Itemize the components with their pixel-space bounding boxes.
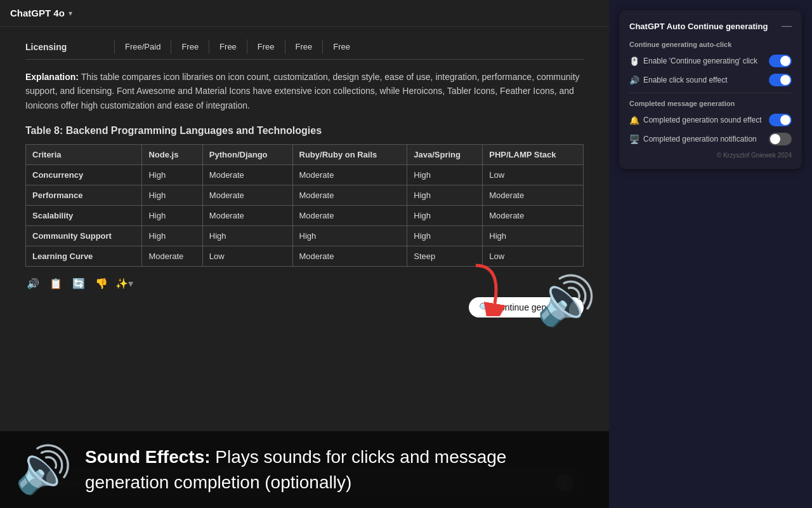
toggle-label-gen-notif: 🖥️ Completed generation notification xyxy=(629,135,757,144)
toggle-knob-4 xyxy=(770,134,780,144)
section2-label: Completed message generation xyxy=(629,100,792,107)
toggle-knob xyxy=(780,56,790,66)
table-cell-4-2: Low xyxy=(202,246,292,267)
refresh-action-icon[interactable]: 🔄 xyxy=(71,276,86,291)
sound-icon: 🔊 xyxy=(629,76,639,85)
table-cell-3-1: High xyxy=(142,226,202,246)
licensing-val-2: Free xyxy=(209,39,247,54)
toggle-text-gen-notif: Completed generation notification xyxy=(643,135,757,144)
licensing-label: Licensing xyxy=(25,42,114,52)
section-divider xyxy=(629,93,792,93)
right-panel: ChatGPT Auto Continue generating — Conti… xyxy=(609,0,812,508)
table-header-row: Criteria Node.js Python/Django Ruby/Ruby… xyxy=(26,145,584,165)
copy-action-icon[interactable]: 📋 xyxy=(48,276,63,291)
col-header-1: Node.js xyxy=(142,145,202,165)
licensing-values: Free/Paid Free Free Free Free Free xyxy=(114,39,360,54)
explanation: Explanation: This table compares icon li… xyxy=(25,70,584,112)
table-title: Table 8: Backend Programming Languages a… xyxy=(25,125,584,137)
speaker-action-icon[interactable]: 🔊 xyxy=(25,276,41,291)
explanation-prefix: Explanation: xyxy=(25,72,79,82)
table-cell-0-3: Moderate xyxy=(292,165,407,185)
mouse-icon: 🖱️ xyxy=(629,57,639,66)
licensing-val-5: Free xyxy=(322,39,360,54)
bottom-banner: 🔊 Sound Effects: Plays sounds for clicks… xyxy=(0,431,609,508)
table-cell-0-2: Moderate xyxy=(202,165,292,185)
popup-header: ChatGPT Auto Continue generating — xyxy=(629,20,792,32)
toggle-label-click-sound: 🔊 Enable click sound effect xyxy=(629,76,728,85)
chevron-down-icon[interactable]: ▾ xyxy=(69,9,72,18)
toggle-knob-3 xyxy=(780,115,790,125)
table-cell-3-2: High xyxy=(202,226,292,246)
col-header-2: Python/Django xyxy=(202,145,292,165)
table-row: ScalabilityHighModerateModerateHighModer… xyxy=(26,206,584,226)
toggle-text-continue-click: Enable 'Continue generating' click xyxy=(643,57,757,65)
toggle-text-gen-sound: Completed generation sound effect xyxy=(643,116,762,124)
red-arrow-icon xyxy=(463,259,514,316)
speaker-banner-icon: 🔊 xyxy=(15,443,72,497)
table-cell-3-0: Community Support xyxy=(26,226,142,246)
table-cell-3-3: High xyxy=(292,226,407,246)
table-cell-1-0: Performance xyxy=(26,185,142,206)
toggle-row-click-sound: 🔊 Enable click sound effect xyxy=(629,74,792,86)
toggle-gen-sound[interactable] xyxy=(769,114,792,126)
toggle-click-sound[interactable] xyxy=(769,74,792,86)
table-cell-0-1: High xyxy=(142,165,202,185)
toggle-continue-click[interactable] xyxy=(769,55,792,67)
col-header-0: Criteria xyxy=(26,145,142,165)
table-cell-1-5: Moderate xyxy=(483,185,584,206)
bell-icon: 🔔 xyxy=(629,116,639,125)
speaker-sound-icon: 🔊 xyxy=(537,273,596,329)
table-cell-0-5: Low xyxy=(483,165,584,185)
main-chat-area: ChatGPT 4o ▾ Licensing Free/Paid Free Fr… xyxy=(0,0,609,508)
section1-label: Continue generating auto-click xyxy=(629,41,792,48)
table-cell-1-3: Moderate xyxy=(292,185,407,206)
table-cell-0-4: High xyxy=(407,165,483,185)
toggle-label-continue-click: 🖱️ Enable 'Continue generating' click xyxy=(629,57,757,66)
toggle-label-gen-sound: 🔔 Completed generation sound effect xyxy=(629,116,762,125)
content-area: Licensing Free/Paid Free Free Free Free … xyxy=(0,27,609,459)
licensing-val-3: Free xyxy=(247,39,285,54)
toggle-row-gen-sound: 🔔 Completed generation sound effect xyxy=(629,114,792,126)
col-header-5: PHP/LAMP Stack xyxy=(483,145,584,165)
table-cell-2-2: Moderate xyxy=(202,206,292,226)
sparkle-action-icon[interactable]: ✨▾ xyxy=(117,276,132,291)
banner-text: Sound Effects: Plays sounds for clicks a… xyxy=(85,444,594,494)
toggle-row-continue-click: 🖱️ Enable 'Continue generating' click xyxy=(629,55,792,67)
table-cell-2-4: High xyxy=(407,206,483,226)
licensing-val-4: Free xyxy=(285,39,323,54)
table-row: PerformanceHighModerateModerateHighModer… xyxy=(26,185,584,206)
table-row: Community SupportHighHighHighHighHigh xyxy=(26,226,584,246)
table-cell-4-0: Learning Curve xyxy=(26,246,142,267)
licensing-row: Licensing Free/Paid Free Free Free Free … xyxy=(25,39,584,60)
table-cell-2-0: Scalability xyxy=(26,206,142,226)
extension-popup: ChatGPT Auto Continue generating — Conti… xyxy=(619,10,802,169)
table-cell-3-5: High xyxy=(483,226,584,246)
table-cell-0-0: Concurrency xyxy=(26,165,142,185)
continue-area: 🔍 Continue generating xyxy=(25,297,584,318)
table-cell-2-1: High xyxy=(142,206,202,226)
data-table: Criteria Node.js Python/Django Ruby/Ruby… xyxy=(25,144,584,267)
popup-footer: © Krzysztof Gniewek 2024 xyxy=(629,152,792,159)
licensing-val-0: Free/Paid xyxy=(114,39,171,54)
toggle-text-click-sound: Enable click sound effect xyxy=(643,76,728,84)
thumbsdown-action-icon[interactable]: 👎 xyxy=(94,276,109,291)
col-header-4: Java/Spring xyxy=(407,145,483,165)
close-icon[interactable]: — xyxy=(782,20,792,32)
explanation-text: This table compares icon libraries on ic… xyxy=(25,72,580,110)
toggle-gen-notif[interactable] xyxy=(769,133,792,145)
table-cell-1-4: High xyxy=(407,185,483,206)
table-cell-2-5: Moderate xyxy=(483,206,584,226)
table-row: ConcurrencyHighModerateModerateHighLow xyxy=(26,165,584,185)
table-cell-4-1: Moderate xyxy=(142,246,202,267)
toggle-knob-2 xyxy=(780,75,790,85)
banner-bold: Sound Effects: xyxy=(85,447,211,467)
chat-header: ChatGPT 4o ▾ xyxy=(0,0,609,27)
chat-title: ChatGPT 4o xyxy=(10,8,65,18)
table-cell-1-2: Moderate xyxy=(202,185,292,206)
col-header-3: Ruby/Ruby on Rails xyxy=(292,145,407,165)
table-cell-4-3: Moderate xyxy=(292,246,407,267)
monitor-icon: 🖥️ xyxy=(629,135,639,144)
toggle-row-gen-notif: 🖥️ Completed generation notification xyxy=(629,133,792,145)
table-cell-2-3: Moderate xyxy=(292,206,407,226)
table-cell-1-1: High xyxy=(142,185,202,206)
